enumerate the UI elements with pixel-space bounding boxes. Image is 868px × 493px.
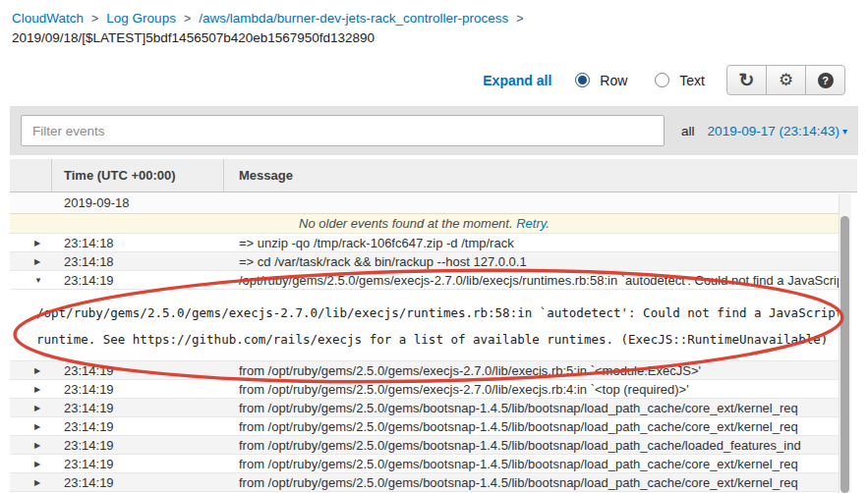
filter-events-input[interactable]	[21, 115, 665, 146]
event-message: from /opt/ruby/gems/2.5.0/gems/bootsnap-…	[224, 475, 839, 490]
event-time: 23:14:19	[52, 457, 224, 471]
log-event-row[interactable]: ▶23:14:19from /opt/ruby/gems/2.5.0/gems/…	[10, 361, 839, 380]
log-event-row[interactable]: ▶23:14:19from /opt/ruby/gems/2.5.0/gems/…	[10, 436, 839, 455]
log-table-header: Time (UTC +00:00) Message	[10, 159, 857, 192]
log-event-row[interactable]: ▶23:14:19from /opt/ruby/gems/2.5.0/gems/…	[10, 455, 839, 473]
event-message: from /opt/ruby/gems/2.5.0/gems/execjs-2.…	[224, 382, 839, 397]
log-event-row[interactable]: ▶23:14:19from /opt/ruby/gems/2.5.0/gems/…	[10, 417, 839, 436]
view-radio-row[interactable]	[575, 73, 590, 87]
view-radio-text-label: Text	[679, 73, 705, 88]
event-time: 23:14:19	[52, 401, 224, 415]
event-time: 23:14:19	[52, 273, 224, 288]
expand-arrow-icon[interactable]: ▶	[10, 460, 52, 468]
expand-all-link[interactable]: Expand all	[483, 73, 551, 88]
event-time: 23:14:19	[52, 382, 224, 397]
event-message: from /opt/ruby/gems/2.5.0/gems/bootsnap-…	[224, 438, 839, 453]
refresh-button[interactable]: ↻	[726, 65, 767, 95]
breadcrumb-link-cloudwatch[interactable]: CloudWatch	[12, 11, 84, 26]
time-column-header: Time (UTC +00:00)	[52, 159, 224, 192]
event-time: 23:14:19	[52, 475, 224, 490]
gear-icon: ⚙	[779, 72, 793, 88]
retry-link[interactable]: Retry.	[516, 216, 550, 231]
date-separator-row: 2019-09-18	[10, 192, 839, 214]
date-range-picker[interactable]: 2019-09-17 (23:14:43)	[708, 124, 839, 138]
notice-text: No older events found at the moment.	[299, 216, 513, 231]
breadcrumb-link-log-group-name[interactable]: /aws/lambda/burner-dev-jets-rack_control…	[199, 11, 508, 26]
collapse-arrow-icon[interactable]: ▼	[10, 276, 52, 285]
message-column-header: Message	[224, 159, 857, 192]
expand-arrow-icon[interactable]: ▶	[10, 422, 52, 431]
breadcrumb-log-stream-name: 2019/09/18/[$LATEST]5bdf1456507b420eb156…	[12, 28, 854, 48]
event-time: 23:14:19	[52, 363, 224, 378]
event-message: from /opt/ruby/gems/2.5.0/gems/bootsnap-…	[224, 401, 839, 415]
view-radio-row-label: Row	[600, 73, 627, 88]
no-older-events-row: No older events found at the moment. Ret…	[10, 214, 839, 234]
event-time: 23:14:18	[52, 254, 224, 269]
expand-column-header	[10, 159, 52, 192]
help-button[interactable]: ?	[805, 65, 845, 95]
expand-arrow-icon[interactable]: ▶	[10, 239, 52, 247]
expand-arrow-icon[interactable]: ▶	[10, 404, 52, 412]
breadcrumb-separator: >	[91, 12, 98, 26]
log-event-row[interactable]: ▼23:14:19/opt/ruby/gems/2.5.0/gems/execj…	[10, 271, 839, 290]
event-message: => unzip -qo /tmp/rack-106fc647.zip -d /…	[224, 236, 839, 250]
log-event-row[interactable]: ▶23:14:19from /opt/ruby/gems/2.5.0/gems/…	[10, 399, 839, 417]
expanded-event-detail: /opt/ruby/gems/2.5.0/gems/execjs-2.7.0/l…	[10, 290, 846, 361]
expand-arrow-icon[interactable]: ▶	[10, 385, 52, 394]
refresh-icon: ↻	[739, 71, 755, 89]
log-rows: 2019-09-18No older events found at the m…	[10, 192, 839, 492]
breadcrumb-separator: >	[516, 12, 523, 26]
filter-scope-label: all	[681, 124, 695, 138]
vertical-scrollbar-thumb[interactable]	[840, 216, 849, 493]
expand-arrow-icon[interactable]: ▶	[10, 366, 52, 375]
filter-bar: all 2019-09-17 (23:14:43) ▾	[10, 106, 858, 155]
settings-button[interactable]: ⚙	[766, 65, 806, 95]
event-time: 23:14:19	[52, 438, 224, 453]
log-event-row[interactable]: ▶23:14:18=> unzip -qo /tmp/rack-106fc647…	[10, 234, 839, 252]
log-event-row[interactable]: ▶23:14:19from /opt/ruby/gems/2.5.0/gems/…	[10, 473, 839, 492]
expand-arrow-icon[interactable]: ▶	[10, 441, 52, 450]
event-time: 23:14:18	[52, 236, 224, 250]
breadcrumb-separator: >	[184, 12, 191, 26]
expand-arrow-icon[interactable]: ▶	[10, 257, 52, 266]
toolbar-button-group: ↻ ⚙ ?	[726, 65, 845, 95]
log-event-row[interactable]: ▶23:14:18=> cd /var/task/rack && bin/rac…	[10, 252, 839, 271]
help-icon: ?	[818, 73, 834, 88]
breadcrumb: CloudWatch>Log Groups>/aws/lambda/burner…	[0, 0, 868, 48]
event-message: from /opt/ruby/gems/2.5.0/gems/bootsnap-…	[224, 457, 839, 471]
expand-arrow-icon[interactable]: ▶	[10, 478, 52, 487]
event-message: from /opt/ruby/gems/2.5.0/gems/execjs-2.…	[224, 363, 839, 378]
event-message: => cd /var/task/rack && bin/rackup --hos…	[224, 254, 839, 269]
log-toolbar: Expand all Row Text ↻ ⚙ ?	[0, 48, 868, 106]
event-message: from /opt/ruby/gems/2.5.0/gems/bootsnap-…	[224, 419, 839, 434]
breadcrumb-link-log-groups[interactable]: Log Groups	[106, 11, 176, 26]
chevron-down-icon: ▾	[842, 126, 847, 137]
event-message: /opt/ruby/gems/2.5.0/gems/execjs-2.7.0/l…	[224, 273, 839, 288]
log-event-row[interactable]: ▶23:14:19from /opt/ruby/gems/2.5.0/gems/…	[10, 380, 839, 399]
event-time: 23:14:19	[52, 419, 224, 434]
view-radio-text[interactable]	[655, 73, 669, 87]
